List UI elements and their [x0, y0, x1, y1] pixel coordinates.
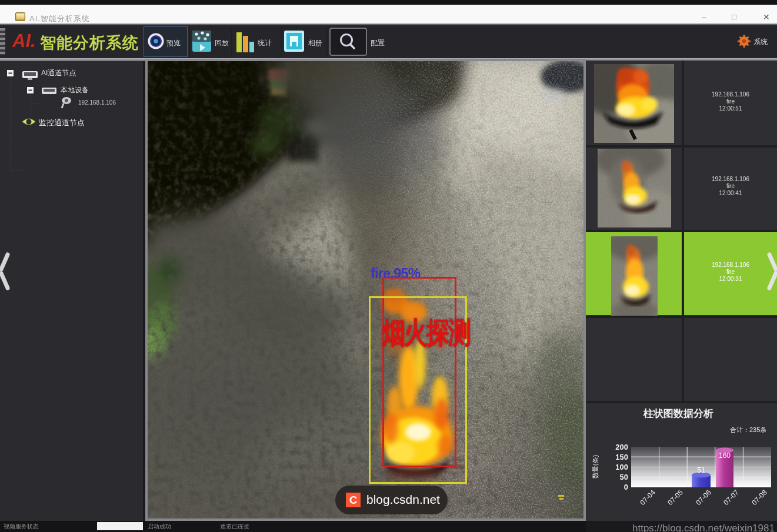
svg-text:07-04: 07-04: [638, 488, 657, 507]
svg-text:50: 50: [620, 473, 628, 481]
svg-text:160: 160: [719, 451, 731, 460]
svg-text:150: 150: [615, 453, 628, 461]
svg-text:0: 0: [624, 483, 628, 491]
svg-text:07-05: 07-05: [666, 488, 685, 507]
svg-text:07-06: 07-06: [694, 488, 713, 507]
svg-text:51: 51: [697, 466, 705, 474]
svg-text:100: 100: [615, 463, 628, 471]
svg-text:200: 200: [615, 443, 628, 451]
svg-text:07-07: 07-07: [722, 488, 741, 507]
svg-text:07-08: 07-08: [750, 488, 769, 507]
svg-text:数量(条): 数量(条): [592, 455, 599, 479]
